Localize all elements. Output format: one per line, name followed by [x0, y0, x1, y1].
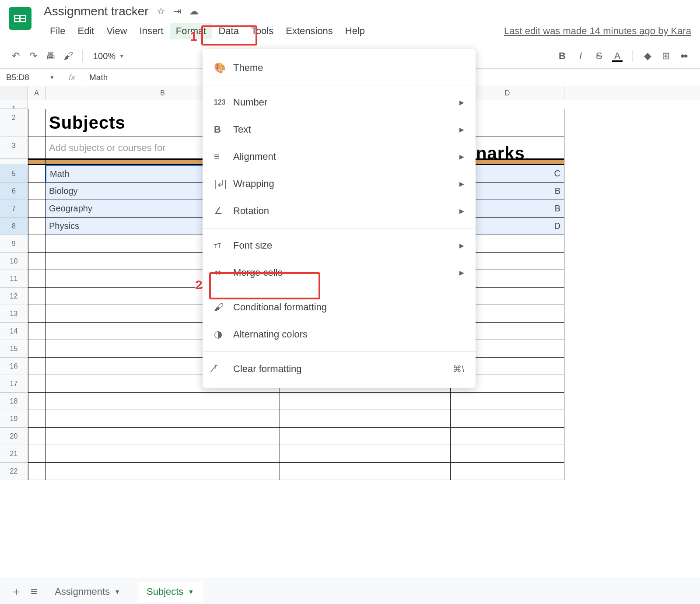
menu-insert[interactable]: Insert: [133, 23, 170, 39]
row-header[interactable]: 1: [0, 100, 28, 109]
menu-file[interactable]: File: [44, 23, 71, 39]
bold-icon: B: [214, 124, 233, 135]
row-header[interactable]: 22: [0, 463, 28, 480]
annotation-box-2: [209, 272, 320, 299]
row-header[interactable]: 8: [0, 218, 28, 235]
menu-help[interactable]: Help: [339, 23, 371, 39]
menu-text[interactable]: BText▶: [203, 116, 476, 143]
bold-icon[interactable]: B: [555, 49, 569, 63]
row-header[interactable]: 15: [0, 340, 28, 358]
row-header[interactable]: 16: [0, 358, 28, 375]
annotation-number-2: 2: [195, 277, 203, 292]
chevron-right-icon: ▶: [459, 126, 464, 133]
fx-label: fx: [61, 69, 83, 86]
menu-clear-formatting[interactable]: ᵀ̸Clear formatting⌘\: [203, 355, 476, 383]
strike-icon[interactable]: S: [592, 49, 606, 63]
borders-icon[interactable]: ⊞: [659, 49, 673, 63]
row-header[interactable]: [0, 159, 28, 165]
annotation-number-1: 1: [190, 29, 197, 44]
chevron-down-icon: ▼: [114, 588, 120, 595]
annotation-box-1: [201, 25, 257, 46]
tab-subjects[interactable]: Subjects▼: [138, 582, 203, 602]
palette-icon: 🎨: [214, 62, 233, 74]
menu-rotation[interactable]: ∠Rotation▶: [203, 197, 476, 225]
row-header[interactable]: 3: [0, 137, 28, 159]
star-icon[interactable]: ☆: [157, 6, 165, 17]
menu-number[interactable]: 123Number▶: [203, 89, 476, 116]
number-icon: 123: [214, 98, 233, 106]
menu-theme[interactable]: 🎨Theme: [203, 54, 476, 81]
font-size-icon: ᴛT: [214, 242, 233, 249]
menu-view[interactable]: View: [100, 23, 133, 39]
row-header[interactable]: 17: [0, 375, 28, 393]
last-edit-link[interactable]: Last edit was made 14 minutes ago by Kar…: [504, 25, 691, 37]
droplet-icon: ◑: [214, 329, 233, 340]
menu-alignment[interactable]: ≡Alignment▶: [203, 143, 476, 170]
chevron-right-icon: ▶: [459, 180, 464, 187]
chevron-right-icon: ▶: [459, 99, 464, 106]
row-header[interactable]: 10: [0, 253, 28, 270]
menu-extensions[interactable]: Extensions: [280, 23, 339, 39]
undo-icon[interactable]: ↶: [9, 49, 23, 63]
all-sheets-icon[interactable]: ≡: [31, 585, 37, 598]
document-title[interactable]: Assignment tracker: [44, 4, 149, 18]
merge-icon[interactable]: ⬌: [677, 49, 691, 63]
select-all-corner[interactable]: [0, 86, 28, 100]
paint-roller-icon: 🖌: [214, 302, 233, 313]
menu-bar: File Edit View Insert Format Data Tools …: [44, 21, 691, 39]
chevron-right-icon: ▶: [459, 207, 464, 214]
print-icon[interactable]: 🖶: [44, 49, 58, 63]
row-header[interactable]: 9: [0, 235, 28, 253]
row-header[interactable]: 21: [0, 445, 28, 463]
add-sheet-icon[interactable]: ＋: [10, 584, 22, 599]
italic-icon[interactable]: I: [574, 49, 588, 63]
row-header[interactable]: 6: [0, 183, 28, 200]
chevron-right-icon: ▶: [459, 153, 464, 160]
col-header-a[interactable]: A: [28, 86, 46, 100]
text-color-icon[interactable]: A: [610, 49, 624, 63]
rotation-icon: ∠: [214, 205, 233, 217]
redo-icon[interactable]: ↷: [26, 49, 40, 63]
row-header[interactable]: 14: [0, 323, 28, 340]
row-header[interactable]: 18: [0, 393, 28, 410]
row-header[interactable]: 7: [0, 200, 28, 218]
row-header[interactable]: 19: [0, 410, 28, 428]
align-icon: ≡: [214, 151, 233, 162]
wrap-icon: |↲|: [214, 178, 233, 190]
sheets-logo[interactable]: [9, 7, 32, 30]
format-menu-dropdown: 🎨Theme 123Number▶ BText▶ ≡Alignment▶ |↲|…: [203, 49, 476, 388]
sheet-tabs-bar: ＋ ≡ Assignments▼ Subjects▼: [0, 579, 700, 604]
clear-icon: ᵀ̸: [214, 363, 233, 375]
menu-wrapping[interactable]: |↲|Wrapping▶: [203, 170, 476, 197]
zoom-selector[interactable]: 100%▼: [90, 51, 128, 61]
row-header[interactable]: 12: [0, 288, 28, 305]
row-header[interactable]: 13: [0, 305, 28, 323]
paint-format-icon[interactable]: 🖌: [61, 49, 75, 63]
row-header[interactable]: 11: [0, 270, 28, 288]
chevron-down-icon: ▼: [188, 588, 194, 595]
cloud-icon[interactable]: ☁: [189, 6, 199, 17]
chevron-right-icon: ▶: [459, 242, 464, 249]
tab-assignments[interactable]: Assignments▼: [46, 582, 129, 602]
shortcut-label: ⌘\: [453, 364, 464, 374]
row-header[interactable]: 5: [0, 165, 28, 183]
chevron-right-icon: ▶: [459, 269, 464, 276]
fill-color-icon[interactable]: ◆: [640, 49, 654, 63]
marks-header-cell[interactable]: narks: [476, 144, 525, 163]
move-icon[interactable]: ⇥: [173, 6, 181, 17]
menu-alternating-colors[interactable]: ◑Alternating colors: [203, 321, 476, 348]
row-header[interactable]: 2: [0, 109, 28, 137]
menu-font-size[interactable]: ᴛTFont size▶: [203, 232, 476, 259]
name-box[interactable]: B5:D8▼: [0, 69, 61, 86]
menu-edit[interactable]: Edit: [71, 23, 100, 39]
row-header[interactable]: 20: [0, 428, 28, 445]
